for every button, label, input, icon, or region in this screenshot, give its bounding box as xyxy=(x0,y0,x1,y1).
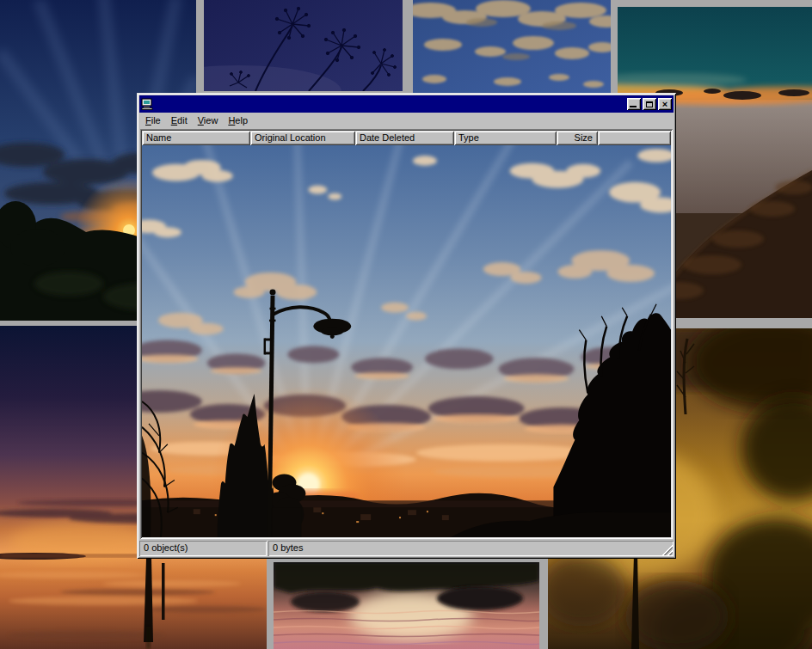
status-size-text: 0 bytes xyxy=(273,542,303,553)
menu-bar: File Edit View Help xyxy=(139,113,674,129)
wallpaper-pink-water-reflection xyxy=(274,562,539,649)
close-button[interactable]: × xyxy=(658,98,672,110)
close-icon: × xyxy=(662,100,667,108)
maximize-button[interactable] xyxy=(643,98,656,110)
minimize-icon xyxy=(630,106,637,107)
resize-grip[interactable] xyxy=(662,545,673,555)
wallpaper-blue-sky-clouds xyxy=(413,0,611,93)
wallpaper-seed-heads xyxy=(204,0,403,91)
status-size: 0 bytes xyxy=(268,541,674,556)
menu-edit[interactable]: Edit xyxy=(166,113,193,128)
menu-help[interactable]: Help xyxy=(223,113,253,128)
status-bar: 0 object(s) 0 bytes xyxy=(139,541,674,556)
column-header-name[interactable]: Name xyxy=(142,131,250,145)
column-header-blank[interactable] xyxy=(598,131,671,145)
column-header-original-location[interactable]: Original Location xyxy=(250,131,355,145)
column-header-type[interactable]: Type xyxy=(454,131,557,145)
title-bar[interactable]: × xyxy=(139,95,674,113)
status-objects: 0 object(s) xyxy=(139,541,267,556)
column-header-size[interactable]: Size xyxy=(557,131,598,145)
listview: Name Original Location Date Deleted Type… xyxy=(140,129,673,539)
menu-view[interactable]: View xyxy=(193,113,224,128)
column-header-date-deleted[interactable]: Date Deleted xyxy=(355,131,454,145)
recycle-bin-window: × File Edit View Help Name Original Loca… xyxy=(137,93,676,559)
menu-file[interactable]: File xyxy=(140,113,166,128)
minimize-button[interactable] xyxy=(627,98,641,110)
listview-body-sunset-photo[interactable] xyxy=(142,145,671,537)
listview-header: Name Original Location Date Deleted Type… xyxy=(142,131,671,145)
computer-icon[interactable] xyxy=(141,98,153,110)
maximize-icon xyxy=(646,101,653,107)
